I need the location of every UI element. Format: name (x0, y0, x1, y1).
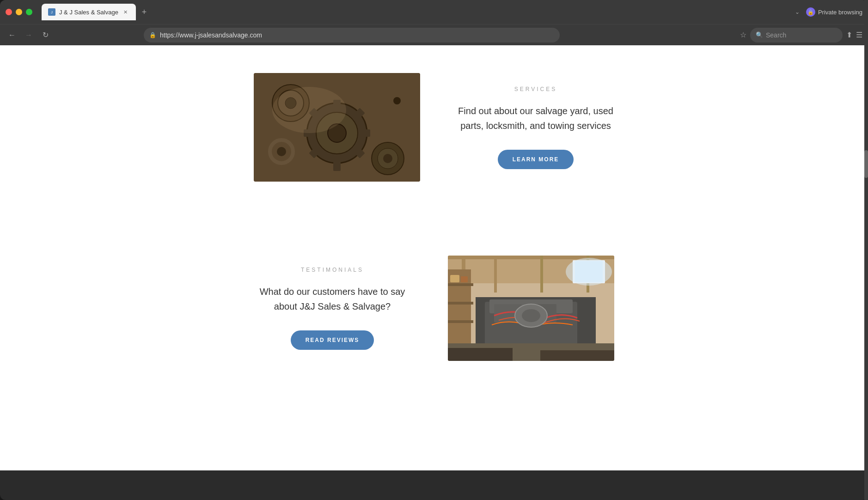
testimonials-image (448, 256, 614, 361)
tabs-area: J J & J Sales & Salvage ✕ + (42, 4, 791, 20)
search-icon: 🔍 (756, 31, 763, 38)
section-spacer (0, 209, 868, 237)
svg-rect-23 (254, 73, 420, 182)
address-bar-actions: ☆ 🔍 Search ⬆ ☰ (740, 28, 862, 43)
security-icon: 🔒 (149, 32, 156, 38)
services-image (254, 73, 420, 182)
tab-close-button[interactable]: ✕ (122, 8, 129, 16)
share-button[interactable]: ⬆ (846, 30, 852, 39)
garage-illustration (448, 256, 614, 361)
scrollbar-thumb[interactable] (864, 150, 868, 178)
tab-title: J & J Sales & Salvage (59, 9, 118, 16)
testimonials-section: TESTIMONIALS What do our customers have … (134, 237, 734, 389)
services-content: SERVICES Find out about our salvage yard… (457, 86, 614, 169)
svg-rect-51 (448, 256, 614, 361)
favicon-letter: J (51, 10, 53, 14)
search-area[interactable]: 🔍 Search (750, 28, 843, 43)
refresh-button[interactable]: ↻ (39, 29, 52, 42)
scrollbar-track[interactable] (864, 0, 868, 500)
read-reviews-button[interactable]: READ REVIEWS (291, 330, 374, 350)
webpage-content: SERVICES Find out about our salvage yard… (0, 45, 868, 470)
nav-bar: ← → ↻ 🔒 https://www.j-jsalesandsalvage.c… (0, 24, 868, 45)
browser-window: J J & J Sales & Salvage ✕ + ⌄ 🔒 Private … (0, 0, 868, 500)
gears-illustration (254, 73, 420, 182)
url-text: https://www.j-jsalesandsalvage.com (160, 31, 262, 39)
chevron-down-icon: ⌄ (795, 9, 800, 15)
testimonials-heading: What do our customers have to say about … (254, 284, 411, 314)
testimonials-label: TESTIMONIALS (254, 267, 411, 273)
tab-favicon: J (48, 8, 55, 16)
window-controls (6, 9, 32, 15)
maximize-button[interactable] (26, 9, 32, 15)
services-label: SERVICES (457, 86, 614, 92)
svg-point-24 (272, 87, 346, 133)
private-browsing-label: Private browsing (818, 9, 862, 16)
bookmark-button[interactable]: ☆ (740, 30, 746, 39)
private-browsing-area: ⌄ 🔒 Private browsing (795, 7, 862, 17)
title-bar: J J & J Sales & Salvage ✕ + ⌄ 🔒 Private … (0, 0, 868, 24)
minimize-button[interactable] (16, 9, 22, 15)
search-placeholder-text: Search (766, 31, 786, 39)
new-tab-button[interactable]: + (138, 6, 151, 18)
back-button[interactable]: ← (6, 29, 18, 42)
active-tab[interactable]: J J & J Sales & Salvage ✕ (42, 4, 136, 20)
services-description: Find out about our salvage yard, used pa… (457, 104, 614, 133)
private-browsing-icon: 🔒 (806, 7, 815, 17)
sidebar-button[interactable]: ☰ (856, 30, 862, 39)
close-button[interactable] (6, 9, 12, 15)
services-section: SERVICES Find out about our salvage yard… (134, 45, 734, 209)
testimonials-content: TESTIMONIALS What do our customers have … (254, 267, 411, 350)
address-bar[interactable]: 🔒 https://www.j-jsalesandsalvage.com (144, 28, 560, 43)
forward-button[interactable]: → (22, 29, 35, 42)
learn-more-button[interactable]: LEARN MORE (498, 150, 574, 169)
